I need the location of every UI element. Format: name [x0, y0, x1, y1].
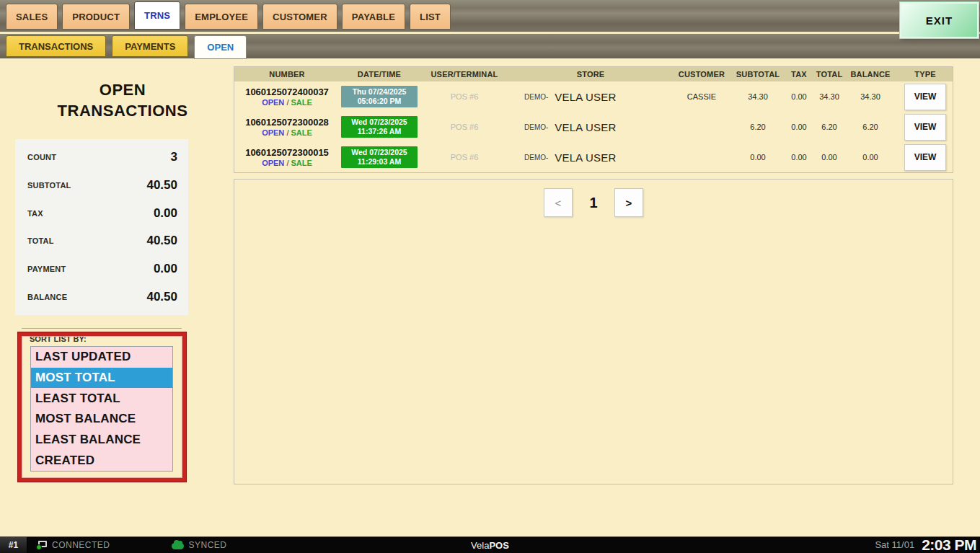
table-row: 1060125072300028 OPEN / SALE Wed 07/23/2…	[234, 112, 953, 142]
datetime-cell: Wed 07/23/2025 11:37:26 AM	[340, 116, 419, 138]
date-text: Wed 07/23/2025	[351, 148, 407, 157]
col-header-balance: BALANCE	[844, 70, 896, 79]
subtotal-cell: 6.20	[732, 123, 784, 131]
status-sale: SALE	[291, 159, 312, 167]
summary-value: 0.00	[154, 206, 177, 221]
total-cell: 0.00	[814, 153, 844, 162]
action-cell: VIEW	[896, 114, 954, 141]
tab-sales[interactable]: SALES	[6, 4, 58, 30]
store-cell: DEMO- VELA USER	[510, 151, 671, 164]
tab-customer[interactable]: CUSTOMER	[262, 4, 337, 30]
summary-label: TOTAL	[27, 236, 54, 245]
transaction-number: 1060125072300028	[234, 117, 340, 128]
transaction-status: OPEN / SALE	[234, 128, 340, 137]
summary-row-count: COUNT 3	[15, 150, 188, 164]
transaction-status: OPEN / SALE	[234, 98, 340, 107]
sort-list-label: SORT LIST BY:	[30, 335, 87, 343]
datetime-cell: Wed 07/23/2025 11:29:03 AM	[340, 146, 419, 168]
tab-payments[interactable]: PAYMENTS	[112, 35, 188, 57]
status-open: OPEN	[262, 128, 284, 137]
next-page-button[interactable]: >	[614, 188, 643, 217]
sort-option-least-total[interactable]: LEAST TOTAL	[31, 388, 172, 409]
terminal-connected-icon	[36, 541, 47, 549]
table-row: 1060125072300015 OPEN / SALE Wed 07/23/2…	[234, 142, 953, 172]
balance-cell: 0.00	[844, 153, 896, 162]
sort-option-most-balance[interactable]: MOST BALANCE	[31, 409, 172, 430]
datetime-cell: Thu 07/24/2025 05:06:20 PM	[340, 86, 419, 107]
tax-cell: 0.00	[784, 153, 814, 162]
subtotal-cell: 0.00	[732, 153, 784, 162]
exit-button[interactable]: EXIT	[900, 2, 979, 38]
tax-cell: 0.00	[784, 123, 814, 131]
action-cell: VIEW	[896, 144, 954, 171]
col-header-customer: CUSTOMER	[671, 70, 732, 79]
page-title-line2: TRANSACTIONS	[40, 100, 206, 121]
store-cell: DEMO- VELA USER	[510, 91, 671, 103]
summary-row-tax: TAX 0.00	[15, 206, 188, 221]
clock-area: Sat 11/01 2:03 PM	[875, 536, 976, 553]
connection-status: CONNECTED	[36, 540, 110, 550]
time-text: 11:29:03 AM	[358, 157, 401, 167]
view-button[interactable]: VIEW	[904, 114, 946, 141]
summary-label: TAX	[27, 209, 43, 218]
tab-transactions[interactable]: TRANSACTIONS	[6, 35, 106, 57]
tab-list[interactable]: LIST	[410, 4, 451, 30]
sort-option-created[interactable]: CREATED	[31, 450, 172, 471]
store-prefix: DEMO-	[524, 123, 548, 131]
brand-suffix: POS	[489, 540, 508, 551]
total-cell: 34.30	[814, 92, 844, 101]
sort-option-least-balance[interactable]: LEAST BALANCE	[31, 430, 172, 451]
sort-option-last-updated[interactable]: LAST UPDATED	[31, 347, 172, 368]
total-cell: 6.20	[814, 123, 844, 131]
app-brand: VelaPOS	[471, 540, 509, 551]
transaction-number-cell: 1060125072300015 OPEN / SALE	[234, 147, 340, 167]
prev-page-button[interactable]: <	[544, 188, 573, 217]
balance-cell: 6.20	[844, 123, 896, 131]
tab-open[interactable]: OPEN	[194, 35, 247, 59]
time-text: 05:06:20 PM	[358, 97, 402, 106]
summary-label: SUBTOTAL	[27, 181, 71, 190]
pagination: < 1 >	[234, 188, 953, 217]
action-cell: VIEW	[896, 84, 954, 110]
tab-product[interactable]: PRODUCT	[62, 4, 130, 30]
store-cell: DEMO- VELA USER	[510, 121, 671, 133]
store-name: VELA USER	[555, 91, 616, 103]
open-transactions-table: NUMBER DATE/TIME USER/TERMINAL STORE CUS…	[234, 66, 953, 173]
tab-employee[interactable]: EMPLOYEE	[185, 4, 258, 30]
transaction-status: OPEN / SALE	[234, 159, 340, 167]
summary-row-total: TOTAL 40.50	[15, 234, 188, 248]
store-name: VELA USER	[555, 151, 616, 164]
store-prefix: DEMO-	[524, 93, 548, 101]
sort-option-most-total[interactable]: MOST TOTAL	[31, 368, 172, 389]
summary-row-subtotal: SUBTOTAL 40.50	[15, 178, 188, 193]
summary-label: PAYMENT	[27, 265, 66, 273]
sub-tab-bar: TRANSACTIONS PAYMENTS OPEN	[0, 34, 980, 58]
date-text: Thu 07/24/2025	[353, 87, 407, 97]
col-header-number: NUMBER	[234, 70, 340, 79]
col-header-store: STORE	[510, 70, 671, 79]
terminal-number-badge: #1	[0, 537, 27, 553]
status-open: OPEN	[262, 98, 284, 107]
main-tab-bar: SALES PRODUCT TRNS EMPLOYEE CUSTOMER PAY…	[0, 0, 980, 32]
summary-value: 40.50	[146, 178, 177, 193]
view-button[interactable]: VIEW	[904, 144, 946, 171]
status-bar: #1 CONNECTED SYNCED VelaPOS Sat 11/01 2:…	[0, 536, 980, 553]
summary-row-balance: BALANCE 40.50	[15, 290, 188, 304]
view-button[interactable]: VIEW	[904, 84, 946, 110]
status-time: 2:03 PM	[922, 536, 976, 553]
status-date: Sat 11/01	[875, 539, 914, 550]
col-header-subtotal: SUBTOTAL	[732, 70, 784, 79]
col-header-tax: TAX	[784, 70, 814, 79]
tab-payable[interactable]: PAYABLE	[342, 4, 405, 30]
results-pane: < 1 >	[234, 179, 953, 485]
status-sale: SALE	[291, 98, 312, 107]
summary-value: 3	[171, 150, 177, 164]
summary-panel: COUNT 3 SUBTOTAL 40.50 TAX 0.00 TOTAL 40…	[15, 139, 188, 315]
summary-label: BALANCE	[27, 293, 67, 301]
col-header-type: TYPE	[896, 70, 954, 79]
datetime-badge: Thu 07/24/2025 05:06:20 PM	[341, 86, 418, 107]
page-title: OPEN TRANSACTIONS	[40, 79, 206, 121]
cloud-synced-icon	[172, 543, 184, 549]
sort-listbox[interactable]: LAST UPDATED MOST TOTAL LEAST TOTAL MOST…	[30, 346, 173, 472]
tab-trns[interactable]: TRNS	[134, 1, 180, 30]
